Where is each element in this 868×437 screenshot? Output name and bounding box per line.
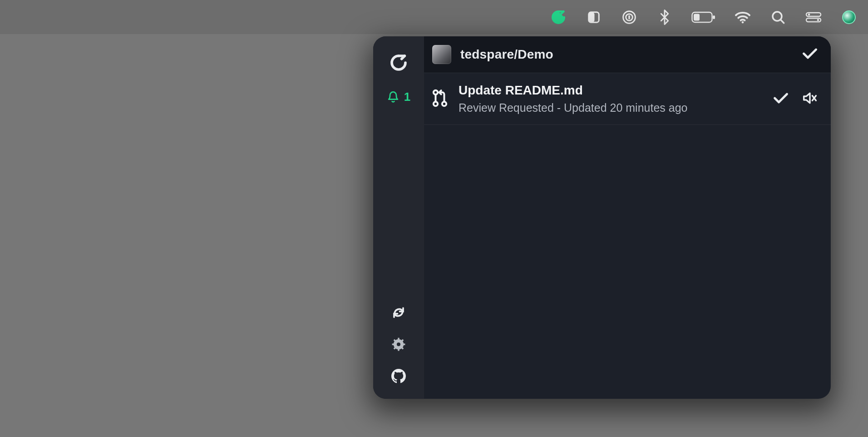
check-icon [773,92,789,104]
svg-rect-19 [392,343,395,345]
control-center-icon[interactable] [804,7,824,27]
svg-rect-18 [398,348,399,351]
repo-avatar [432,45,451,64]
mute-notification-button[interactable] [803,92,817,106]
panel-rail: 1 [373,36,424,399]
refresh-button[interactable] [390,303,408,322]
gitify-menubar-icon[interactable] [548,7,568,27]
stage-manager-icon[interactable] [584,7,604,27]
mark-notification-read-button[interactable] [773,92,789,106]
repo-name: tedspare/Demo [460,47,793,62]
svg-point-16 [397,343,400,346]
notification-item[interactable]: Update README.md Review Requested - Upda… [424,73,831,125]
refresh-icon [392,306,405,319]
gitify-logo-icon [390,54,408,74]
user-avatar-icon[interactable] [839,7,859,27]
battery-icon[interactable] [690,7,717,27]
svg-point-8 [742,21,744,23]
mute-icon [803,92,817,104]
pull-request-icon [432,89,448,109]
svg-point-12 [808,13,810,15]
settings-button[interactable] [390,335,408,353]
svg-rect-1 [590,13,594,21]
panel-content: tedspare/Demo Update README.md [424,36,831,399]
svg-rect-6 [713,15,715,19]
svg-rect-7 [694,14,700,20]
notification-title: Update README.md [459,83,762,98]
bell-icon [387,90,399,104]
gitify-panel: 1 tedspare [373,36,831,399]
github-icon [391,369,406,383]
svg-point-14 [817,19,819,21]
spotlight-search-icon[interactable] [768,7,788,27]
notification-texts: Update README.md Review Requested - Upda… [459,83,762,114]
svg-rect-20 [403,343,405,345]
repo-header[interactable]: tedspare/Demo [424,36,831,73]
macos-menubar [0,0,868,34]
mark-repo-read-button[interactable] [802,47,818,62]
wifi-icon[interactable] [733,7,753,27]
notification-count: 1 [404,90,410,104]
notification-actions [773,92,817,106]
notification-subtitle: Review Requested - Updated 20 minutes ag… [459,101,762,114]
one-password-icon[interactable] [619,7,639,27]
svg-line-10 [781,20,784,23]
svg-rect-17 [398,338,399,340]
notifications-button[interactable]: 1 [387,90,410,104]
check-icon [802,47,818,60]
github-link-button[interactable] [390,367,408,385]
bluetooth-icon[interactable] [655,7,675,27]
gear-icon [392,338,405,351]
